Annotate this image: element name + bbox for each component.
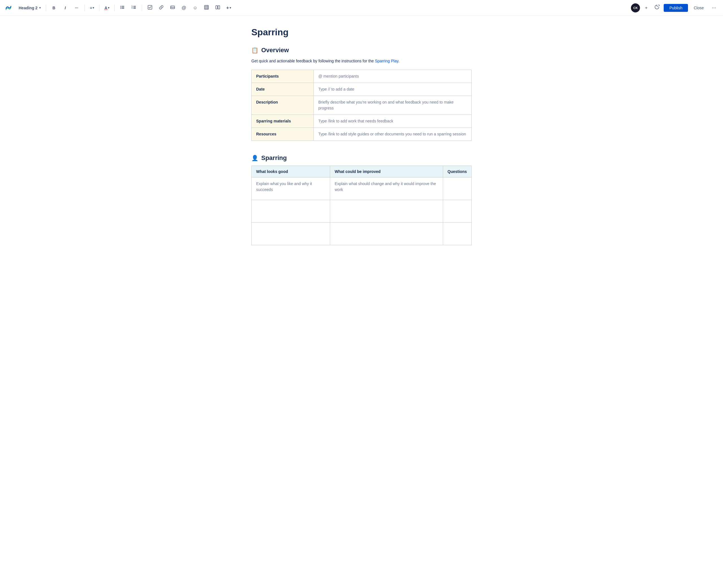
info-value-cell[interactable]: @ mention participants [314,70,471,83]
sparring-section: 👤 Sparring What looks goodWhat could be … [252,154,471,245]
info-value-cell[interactable]: Type /link to add work that needs feedba… [314,115,471,128]
sparring-cell[interactable] [443,177,471,200]
columns-icon [216,5,220,10]
toolbar-divider-1 [46,4,46,11]
align-chevron-icon: ▾ [93,6,94,9]
sparring-cell[interactable] [330,200,443,223]
svg-rect-12 [133,8,136,9]
heading-selector-label: Heading 2 [19,6,38,10]
emoji-button[interactable]: ☺ [190,3,200,13]
more-format-button[interactable]: ··· [72,3,81,13]
sparring-cell[interactable]: Explain what you like and why it succeed… [252,177,330,200]
heading-selector[interactable]: Heading 2 ▾ [17,3,42,13]
sparring-table-row [252,223,471,245]
app-logo[interactable] [4,4,13,12]
sparring-col-header: What could be improved [330,166,443,177]
sparring-cell[interactable] [252,200,330,223]
info-value-cell[interactable]: Type // to add a date [314,83,471,96]
publish-button[interactable]: Publish [664,4,688,12]
sparring-heading: 👤 Sparring [252,154,471,162]
sparring-cell[interactable] [330,223,443,245]
bullet-list-icon [120,5,125,10]
toolbar-right: CK + Publish Close ··· [631,3,719,13]
version-history-button[interactable] [652,3,661,13]
page-title[interactable]: Sparring [252,27,471,38]
overview-icon: 📋 [252,47,258,54]
columns-button[interactable] [213,3,222,13]
sparring-col-header: What looks good [252,166,330,177]
svg-rect-0 [4,4,13,12]
add-user-button[interactable]: + [642,4,650,12]
avatar[interactable]: CK [631,3,640,13]
sparring-cell[interactable] [443,200,471,223]
toolbar-divider-5 [142,4,142,11]
table-button[interactable] [202,3,211,13]
toolbar: Heading 2 ▾ B I ··· ≡ ▾ A ▾ 1.2.3. [0,0,723,16]
toolbar-divider-2 [84,4,85,11]
toolbar-divider-4 [114,4,115,11]
svg-rect-4 [122,7,124,7]
align-icon: ≡ [90,6,92,10]
emoji-icon: ☺ [193,5,197,10]
info-table-row: DateType // to add a date [252,83,471,96]
info-table-row: Sparring materialsType /link to add work… [252,115,471,128]
svg-rect-10 [133,7,136,7]
overview-heading: 📋 Overview [252,46,471,54]
bold-button[interactable]: B [49,3,58,13]
sparring-icon: 👤 [252,154,258,161]
sparring-cell[interactable] [252,223,330,245]
image-icon [170,5,175,10]
info-table-row: Participants@ mention participants [252,70,471,83]
link-button[interactable] [157,3,166,13]
sparring-cell[interactable]: Explain what should change and why it wo… [330,177,443,200]
sparring-play-link[interactable]: Sparring Play [375,59,398,63]
sparring-col-header: Questions [443,166,471,177]
bullet-list-button[interactable] [118,3,127,13]
insert-chevron-icon: ▾ [229,6,231,9]
intro-paragraph: Get quick and actionable feedback by fol… [252,58,471,64]
page-content: Sparring 📋 Overview Get quick and action… [240,16,483,268]
text-color-icon: A [104,6,107,10]
info-table-row: ResourcesType /link to add style guides … [252,128,471,141]
text-color-chevron-icon: ▾ [108,6,109,9]
toolbar-divider-3 [99,4,99,11]
info-value-cell[interactable]: Type /link to add style guides or other … [314,128,471,141]
more-options-icon: ··· [712,5,716,11]
version-icon [654,4,660,11]
sparring-heading-text: Sparring [261,154,287,162]
image-button[interactable] [168,3,177,13]
info-table-row: DescriptionBriefly describe what you're … [252,96,471,115]
svg-rect-14 [170,6,175,9]
italic-button[interactable]: I [61,3,70,13]
chevron-down-icon: ▾ [39,6,41,9]
overview-heading-text: Overview [261,46,289,54]
close-button[interactable]: Close [690,4,707,12]
sparring-table-row [252,200,471,223]
mention-icon: @ [182,5,186,10]
svg-rect-16 [204,5,208,9]
info-label-cell[interactable]: Date [252,83,314,96]
svg-point-5 [121,8,121,9]
info-label-cell[interactable]: Description [252,96,314,115]
mention-button[interactable]: @ [179,3,188,13]
svg-rect-13 [148,5,152,9]
insert-button[interactable]: + ▾ [224,3,233,13]
svg-rect-8 [133,6,136,6]
table-icon [204,5,209,10]
more-options-button[interactable]: ··· [709,3,719,13]
sparring-table: What looks goodWhat could be improvedQue… [252,166,471,245]
info-value-cell[interactable]: Briefly describe what you're working on … [314,96,471,115]
info-label-cell[interactable]: Sparring materials [252,115,314,128]
align-button[interactable]: ≡ ▾ [88,3,96,13]
svg-text:3.: 3. [132,7,133,9]
svg-rect-2 [122,6,124,6]
svg-rect-6 [122,8,124,9]
task-icon [148,5,152,10]
info-label-cell[interactable]: Participants [252,70,314,83]
numbered-list-button[interactable]: 1.2.3. [129,3,138,13]
task-button[interactable] [145,3,155,13]
info-label-cell[interactable]: Resources [252,128,314,141]
sparring-table-row: Explain what you like and why it succeed… [252,177,471,200]
text-color-button[interactable]: A ▾ [103,3,111,13]
sparring-cell[interactable] [443,223,471,245]
